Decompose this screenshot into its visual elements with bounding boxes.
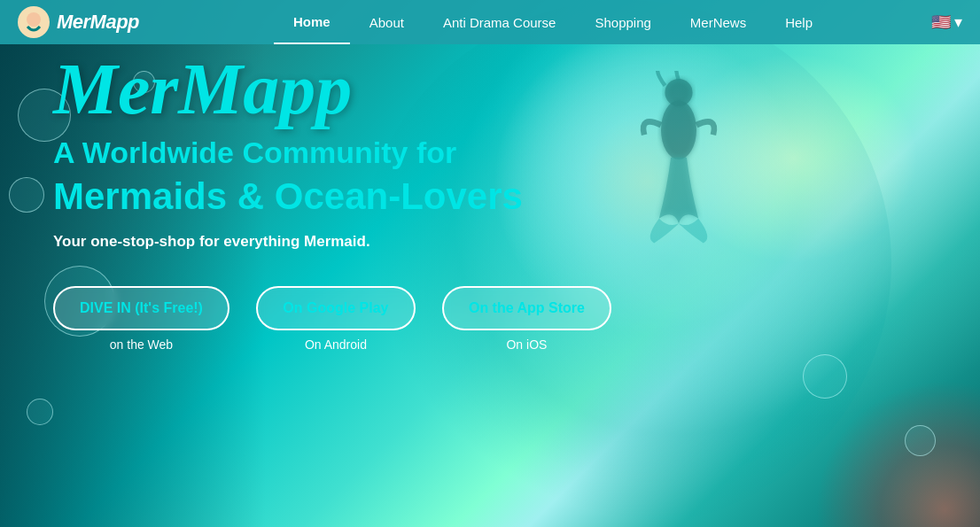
subtitle-for: for bbox=[408, 136, 456, 169]
language-selector[interactable]: 🇺🇸 ▾ bbox=[931, 12, 962, 32]
logo-text: MerMapp bbox=[57, 11, 139, 34]
hero-content: MerMapp A Worldwide Community for Mermai… bbox=[53, 53, 611, 352]
dropdown-chevron-icon: ▾ bbox=[954, 12, 962, 32]
flag-icon: 🇺🇸 bbox=[931, 12, 951, 32]
bubble bbox=[27, 399, 53, 425]
nav-help[interactable]: Help bbox=[766, 0, 832, 44]
hero-section: MerMapp Home About Anti Drama Course Sho… bbox=[0, 0, 980, 527]
bubble bbox=[9, 177, 44, 213]
hero-title: MerMapp bbox=[53, 53, 611, 126]
hero-subtitle-line1: A Worldwide Community for bbox=[53, 135, 611, 171]
subtitle-community: Community bbox=[242, 136, 408, 169]
logo-icon bbox=[18, 6, 50, 38]
google-play-button[interactable]: On Google Play bbox=[256, 286, 416, 330]
bubble bbox=[905, 425, 936, 456]
dive-in-button[interactable]: DIVE IN (It's Free!) bbox=[53, 286, 229, 330]
cta-row: DIVE IN (It's Free!) on the Web On Googl… bbox=[53, 286, 611, 352]
svg-point-2 bbox=[27, 12, 41, 27]
bubble bbox=[803, 354, 847, 399]
nav-anti-drama[interactable]: Anti Drama Course bbox=[424, 0, 576, 44]
cta-group-android: On Google Play On Android bbox=[256, 286, 416, 352]
mermaid-silhouette bbox=[626, 71, 732, 248]
main-nav: Home About Anti Drama Course Shopping Me… bbox=[175, 0, 931, 44]
subtitle-text-white: A Worldwide bbox=[53, 136, 242, 169]
hero-description: Your one-stop-shop for everything Mermai… bbox=[53, 233, 611, 251]
cta-group-web: DIVE IN (It's Free!) on the Web bbox=[53, 286, 229, 352]
cta-group-ios: On the App Store On iOS bbox=[442, 286, 611, 352]
hero-subtitle-line2: Mermaids & Ocean-Lovers bbox=[53, 174, 611, 219]
logo-area[interactable]: MerMapp bbox=[18, 6, 139, 38]
app-store-button[interactable]: On the App Store bbox=[442, 286, 611, 330]
svg-point-1 bbox=[665, 79, 692, 106]
nav-mernews[interactable]: MerNews bbox=[671, 0, 766, 44]
svg-point-0 bbox=[661, 100, 696, 159]
header: MerMapp Home About Anti Drama Course Sho… bbox=[0, 0, 980, 44]
nav-about[interactable]: About bbox=[350, 0, 424, 44]
cta-android-label: On Android bbox=[305, 337, 367, 352]
nav-home[interactable]: Home bbox=[274, 0, 350, 44]
nav-shopping[interactable]: Shopping bbox=[575, 0, 670, 44]
cta-web-label: on the Web bbox=[110, 337, 173, 352]
cta-ios-label: On iOS bbox=[506, 337, 547, 352]
